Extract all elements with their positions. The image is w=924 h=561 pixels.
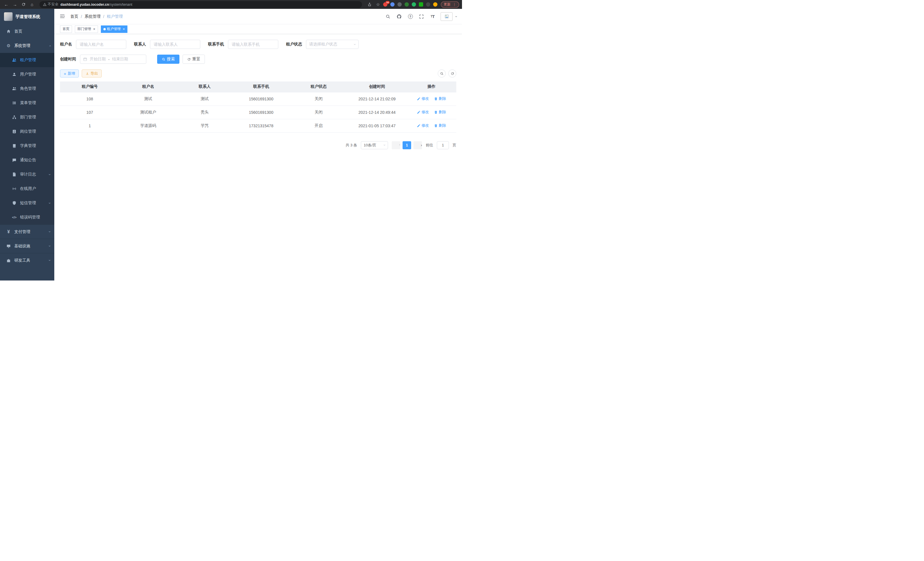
goto-page-input[interactable] (437, 141, 449, 149)
close-icon[interactable]: × (123, 27, 125, 31)
security-warning[interactable]: 不安全 (43, 2, 58, 7)
next-page-button[interactable]: › (413, 141, 422, 149)
sidebar-item-sms[interactable]: 短信管理 › (0, 196, 54, 210)
fullscreen-icon[interactable] (418, 14, 424, 20)
edit-link[interactable]: 修改 (417, 110, 429, 115)
font-size-icon[interactable]: TT (429, 14, 436, 20)
extensions-area: 10 (383, 2, 437, 7)
reset-button[interactable]: 重置 (183, 55, 205, 64)
edit-link[interactable]: 修改 (417, 96, 429, 101)
search-button-label: 搜索 (167, 57, 175, 62)
sidebar-item-label: 部门管理 (20, 115, 36, 120)
log-icon (11, 171, 17, 177)
github-icon[interactable] (396, 14, 402, 20)
address-bar[interactable]: 不安全 dashboard.yudao.iocoder.cn/system/te… (39, 1, 362, 8)
roles-icon (11, 86, 17, 92)
mobile-input[interactable] (228, 40, 278, 49)
dashboard-icon (6, 29, 11, 34)
tab-dept[interactable]: 部门管理 × (75, 26, 98, 33)
edit-link[interactable]: 修改 (417, 123, 429, 128)
cell-mobile: 15601691300 (232, 105, 290, 119)
sidebar-item-infra[interactable]: 基础设施 › (0, 239, 54, 253)
browser-refresh-icon[interactable] (20, 1, 27, 8)
sidebar-item-post[interactable]: 岗位管理 (0, 124, 54, 139)
sidebar-item-label: 用户管理 (20, 72, 36, 77)
sidebar-item-label: 字典管理 (20, 143, 36, 148)
pagination: 共 3 条 10条/页 › › 1 › 前往 页 (60, 141, 456, 149)
search-icon[interactable] (385, 14, 391, 20)
sidebar-item-menu[interactable]: 菜单管理 (0, 96, 54, 110)
prev-page-button[interactable]: › (392, 141, 400, 149)
browser-chrome: ← → ⌂ 不安全 dashboard.yudao.iocoder.cn/sys… (0, 0, 462, 9)
list-icon (11, 100, 17, 106)
delete-link[interactable]: 删除 (434, 110, 446, 115)
sidebar-item-system[interactable]: ⚙ 系统管理 › (0, 39, 54, 53)
tab-home[interactable]: 首页 (60, 26, 72, 33)
avatar[interactable] (441, 12, 453, 21)
search-button[interactable]: 搜索 (157, 55, 179, 64)
sidebar-item-error-code[interactable]: </> 错误码管理 (0, 210, 54, 224)
date-range-picker[interactable]: 开始日期 - 结束日期 (80, 55, 146, 64)
contact-input[interactable] (150, 40, 200, 49)
extension-icon[interactable] (419, 2, 423, 7)
filter-row-1: 租户名 联系人 联系手机 租户状态 请选择租户状态 (60, 40, 456, 49)
chevron-down-icon: › (48, 231, 51, 232)
extension-icon[interactable]: 10 (383, 2, 387, 7)
delete-link[interactable]: 删除 (434, 96, 446, 101)
tenant-name-input[interactable] (76, 40, 126, 49)
share-icon[interactable] (366, 1, 373, 8)
browser-back-icon[interactable]: ← (3, 1, 10, 8)
extension-icon[interactable] (433, 2, 437, 7)
breadcrumb-system[interactable]: 系统管理 (85, 14, 100, 19)
export-button[interactable]: 导出 (82, 69, 102, 77)
extension-icon[interactable] (426, 2, 430, 7)
close-icon[interactable]: × (93, 27, 95, 31)
extension-icon[interactable] (398, 2, 402, 7)
sidebar-item-pay[interactable]: ¥ 支付管理 › (0, 224, 54, 239)
column-header: 联系人 (177, 81, 232, 92)
export-button-label: 导出 (91, 71, 98, 76)
extension-icon[interactable] (405, 2, 409, 7)
tab-label: 部门管理 (77, 27, 91, 32)
sidebar-item-dev-tools[interactable]: 研发工具 › (0, 253, 54, 267)
bookmark-star-icon[interactable]: ☆ (375, 1, 381, 8)
tab-tenant[interactable]: 租户管理 × (101, 26, 128, 33)
breadcrumb-home[interactable]: 首页 (70, 14, 78, 19)
toolbox-icon (6, 258, 11, 263)
browser-forward-icon[interactable]: → (11, 1, 18, 8)
sidebar-item-label: 通知公告 (20, 158, 36, 163)
status-select[interactable]: 请选择租户状态 › (306, 40, 358, 49)
sidebar-item-home[interactable]: 首页 (0, 24, 54, 39)
help-icon[interactable]: ? (407, 14, 413, 20)
sidebar-item-dict[interactable]: 字典管理 (0, 139, 54, 153)
add-button[interactable]: + 新增 (60, 69, 79, 77)
sidebar-item-tenant[interactable]: 租户管理 (0, 53, 54, 67)
sidebar-item-label: 支付管理 (14, 229, 30, 235)
browser-menu-icon[interactable]: ⋮ (453, 2, 456, 7)
refresh-table-button[interactable] (448, 69, 456, 77)
sidebar-item-label: 系统管理 (14, 43, 30, 48)
sidebar-item-audit-log[interactable]: 审计日志 › (0, 167, 54, 182)
page-size-select[interactable]: 10条/页 › (361, 141, 388, 149)
extension-icon[interactable] (390, 2, 394, 7)
sidebar-item-notice[interactable]: 通知公告 (0, 153, 54, 167)
app-logo[interactable]: 芋道管理系统 (0, 9, 54, 24)
column-header: 租户编号 (60, 81, 119, 92)
extension-icon[interactable] (412, 2, 416, 7)
sidebar-item-role[interactable]: 角色管理 (0, 81, 54, 96)
delete-link[interactable]: 删除 (434, 123, 446, 128)
sidebar-item-user[interactable]: 用户管理 (0, 67, 54, 81)
warning-icon (43, 3, 46, 6)
browser-home-icon[interactable]: ⌂ (28, 1, 35, 8)
breadcrumb-separator: / (103, 14, 104, 19)
sidebar-item-online-user[interactable]: 在线用户 (0, 182, 54, 196)
page-size-value: 10条/页 (364, 143, 376, 148)
cell-tenant-name: 芋道源码 (119, 119, 177, 132)
active-tab-dot (104, 28, 106, 30)
hide-search-button[interactable] (438, 69, 446, 77)
browser-update-button[interactable]: 更新 ⋮ (441, 2, 459, 8)
page-number-button[interactable]: 1 (403, 141, 411, 149)
sidebar-toggle-icon[interactable] (59, 14, 66, 20)
sidebar-item-dept[interactable]: 部门管理 (0, 110, 54, 124)
avatar-caret-icon[interactable]: › (454, 16, 458, 17)
